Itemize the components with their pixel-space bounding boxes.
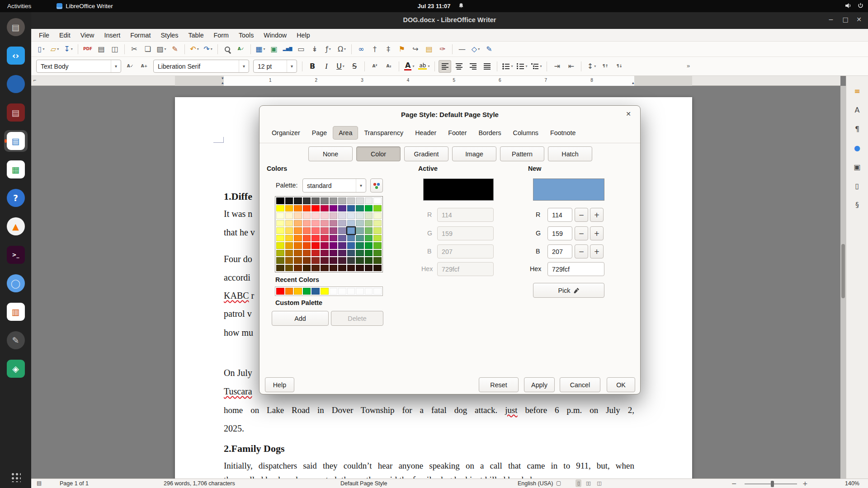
highlight-color[interactable]: ab▾ xyxy=(417,60,431,73)
palette-swatch[interactable] xyxy=(285,197,293,204)
recent-color-swatch[interactable] xyxy=(285,288,293,295)
export-pdf[interactable]: PDF xyxy=(81,43,94,56)
font-size-combo-arrow[interactable]: ▾ xyxy=(287,60,297,72)
copy[interactable]: ❏ xyxy=(142,43,154,56)
palette-swatch[interactable] xyxy=(276,257,284,264)
palette-swatch[interactable] xyxy=(303,250,311,257)
palette-swatch[interactable] xyxy=(356,212,364,219)
palette-swatch[interactable] xyxy=(321,197,329,204)
palette-swatch[interactable] xyxy=(285,242,293,249)
menu-insert[interactable]: Insert xyxy=(99,30,125,41)
palette-swatch[interactable] xyxy=(285,265,293,272)
palette-swatch[interactable] xyxy=(303,242,311,249)
new-red-input[interactable]: 114 xyxy=(547,208,572,222)
insert-cross-reference[interactable]: ↪ xyxy=(409,43,422,56)
palette-swatch[interactable] xyxy=(303,205,311,212)
tab-columns[interactable]: Columns xyxy=(507,126,544,140)
spelling-check[interactable]: A✓ xyxy=(235,43,247,56)
tab-header[interactable]: Header xyxy=(409,126,442,140)
insert-special-character[interactable]: Ω▾ xyxy=(335,43,348,56)
single-page-view[interactable]: ▯ xyxy=(576,479,581,487)
outline-list[interactable]: ▾ xyxy=(530,60,543,73)
line-spacing-dropdown[interactable]: ▾ xyxy=(594,64,596,68)
save-dropdown[interactable]: ▾ xyxy=(71,47,73,51)
recent-color-swatch[interactable] xyxy=(311,288,320,295)
activities-button[interactable]: Activities xyxy=(0,3,38,9)
increase-indent[interactable]: ⇥ xyxy=(551,60,563,73)
dock-libreoffice-impress[interactable]: ▥ xyxy=(4,301,28,323)
palette-swatch[interactable] xyxy=(285,227,293,234)
ruler[interactable]: ⌐ ▾ ▴ ▴ 12345678 xyxy=(31,76,840,86)
system-tray[interactable] xyxy=(845,0,863,12)
font-color[interactable]: A▾ xyxy=(403,60,415,73)
palette-swatch[interactable] xyxy=(373,257,382,264)
help-button[interactable]: Help xyxy=(265,377,294,392)
palette-swatch[interactable] xyxy=(276,205,284,212)
palette-swatch[interactable] xyxy=(330,265,338,272)
palette-swatch[interactable] xyxy=(276,250,284,257)
insert-table-dropdown[interactable]: ▾ xyxy=(264,47,265,51)
palette-swatch[interactable] xyxy=(276,242,284,249)
palette-swatch[interactable] xyxy=(347,220,355,227)
new-green-input[interactable]: 159 xyxy=(547,226,572,240)
palette-swatch[interactable] xyxy=(294,220,302,227)
palette-swatch[interactable] xyxy=(311,235,320,242)
palette-swatch[interactable] xyxy=(321,257,329,264)
palette-swatch[interactable] xyxy=(356,265,364,272)
palette-swatch[interactable] xyxy=(373,197,382,204)
ordered-list-dropdown[interactable]: ▾ xyxy=(525,64,527,68)
menu-table[interactable]: Table xyxy=(183,30,208,41)
unordered-list[interactable]: ▾ xyxy=(501,60,514,73)
dock-files[interactable]: ▤ xyxy=(4,16,28,38)
print[interactable]: ▤ xyxy=(95,43,108,56)
palette-swatch[interactable] xyxy=(321,205,329,212)
scrollbar-thumb[interactable] xyxy=(841,244,845,298)
palette-swatch[interactable] xyxy=(338,212,346,219)
palette-swatch[interactable] xyxy=(347,257,355,264)
palette-swatch[interactable] xyxy=(294,205,302,212)
book-view[interactable]: ◫ xyxy=(595,479,603,487)
palette-swatch[interactable] xyxy=(338,235,346,242)
fill-type-none[interactable]: None xyxy=(308,146,353,161)
update-style[interactable]: A✓ xyxy=(124,60,137,73)
basic-shapes[interactable]: ◇▾ xyxy=(469,43,482,56)
palette-swatch[interactable] xyxy=(365,257,373,264)
font-size-combo[interactable]: 12 pt▾ xyxy=(253,60,297,73)
focused-app-indicator[interactable]: LibreOffice Writer xyxy=(57,3,113,9)
palette-swatch[interactable] xyxy=(365,227,373,234)
palette-swatch[interactable] xyxy=(321,235,329,242)
redo[interactable]: ↷▾ xyxy=(202,43,214,56)
palette-swatch[interactable] xyxy=(294,250,302,257)
show-applications-button[interactable] xyxy=(0,469,31,484)
palette-swatch[interactable] xyxy=(356,220,364,227)
recent-color-swatch[interactable] xyxy=(276,288,284,295)
palette-swatch[interactable] xyxy=(285,205,293,212)
palette-swatch[interactable] xyxy=(347,250,355,257)
decrease-paragraph-spacing[interactable]: ¶↓ xyxy=(613,60,626,73)
tab-footer[interactable]: Footer xyxy=(442,126,472,140)
palette-swatch[interactable] xyxy=(365,265,373,272)
palette-swatch[interactable] xyxy=(330,227,338,234)
new-document[interactable]: ▯▾ xyxy=(35,43,47,56)
palette-swatch[interactable] xyxy=(330,205,338,212)
font-name-combo-arrow[interactable]: ▾ xyxy=(239,60,249,72)
red-increment-button[interactable]: + xyxy=(590,208,604,222)
dock-terminal[interactable]: >_ xyxy=(4,244,28,266)
redo-dropdown[interactable]: ▾ xyxy=(211,47,212,51)
highlight-color-dropdown[interactable]: ▾ xyxy=(428,64,429,68)
tab-stop-selector[interactable]: ⌐ xyxy=(33,77,36,83)
minimize-button[interactable]: − xyxy=(826,16,836,23)
palette-swatch[interactable] xyxy=(338,250,346,257)
palette-swatch[interactable] xyxy=(303,235,311,242)
vertical-scrollbar[interactable] xyxy=(840,86,846,479)
align-justify[interactable] xyxy=(481,60,493,73)
palette-swatch[interactable] xyxy=(365,235,373,242)
dock-libreoffice-writer[interactable]: ▤ xyxy=(4,130,28,152)
recent-color-swatch[interactable] xyxy=(294,288,302,295)
dock-vlc[interactable]: ▲ xyxy=(4,216,28,237)
palette-swatch[interactable] xyxy=(338,197,346,204)
palette-combo[interactable]: standard ▾ xyxy=(302,178,366,192)
add-custom-color-button[interactable]: Add xyxy=(272,311,329,326)
undo[interactable]: ↶▾ xyxy=(188,43,201,56)
palette-swatch[interactable] xyxy=(276,197,284,204)
